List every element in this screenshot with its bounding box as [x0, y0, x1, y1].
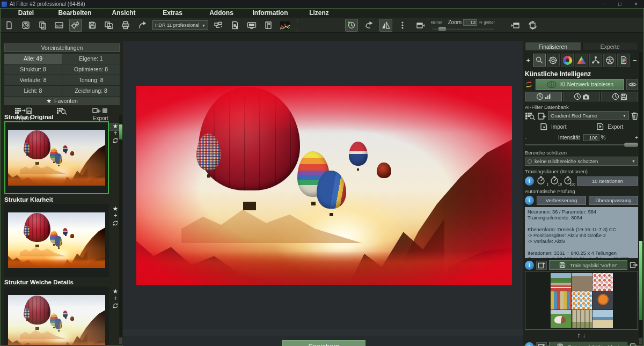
protect-areas-dropdown[interactable]: keine Bildbereiche schützen ▼: [525, 157, 638, 166]
color-wheel-icon[interactable]: [561, 54, 574, 67]
stopwatch-100-icon[interactable]: 100: [564, 176, 574, 186]
swap-arrows-icon[interactable]: ↑↓: [525, 331, 638, 340]
new-document-icon[interactable]: [3, 19, 16, 32]
preset-list-scrollbar[interactable]: [119, 115, 122, 344]
print-icon[interactable]: [119, 19, 132, 32]
scrollbar-thumb[interactable]: [119, 124, 122, 139]
improvement-button[interactable]: Verbesserung: [537, 196, 586, 205]
rotate-icon[interactable]: [526, 19, 539, 32]
menu-extras[interactable]: Extras: [148, 9, 197, 18]
manual-book-icon[interactable]: [262, 19, 275, 32]
aperture-icon[interactable]: [603, 54, 616, 67]
scrollbar-thumb[interactable]: [639, 241, 642, 320]
maximize-button[interactable]: □: [612, 0, 628, 8]
edited-image[interactable]: [136, 86, 512, 285]
preset-struktur-klarheit[interactable]: Struktur Klarheit: [1, 196, 123, 277]
preset-thumbnail[interactable]: [4, 121, 109, 194]
export-image-icon[interactable]: [630, 343, 638, 346]
category-tonung[interactable]: Tonung: 8: [62, 75, 120, 85]
favorites-button[interactable]: ★ Favoriten: [4, 97, 120, 105]
menu-bearbeiten[interactable]: Bearbeiten: [50, 9, 99, 18]
category-struktur[interactable]: Struktur: 8: [4, 64, 62, 75]
info-icon[interactable]: i: [525, 342, 534, 346]
new-image-icon[interactable]: [536, 342, 547, 346]
preview-eye-button[interactable]: [626, 79, 638, 90]
training-image-before-button[interactable]: Trainingsbild 'Vorher': [549, 260, 627, 270]
history-icon[interactable]: [19, 19, 32, 32]
new-image-icon[interactable]: [536, 261, 547, 270]
preset-struktur-original[interactable]: Struktur Original: [1, 114, 123, 194]
category-licht[interactable]: Licht: 8: [4, 86, 62, 96]
training-snapshot-button[interactable]: [563, 92, 600, 101]
iterations-button[interactable]: 10 Iterationen: [577, 176, 638, 186]
zoom-slider-thumb[interactable]: [438, 27, 446, 31]
training-image-before[interactable]: [525, 271, 638, 330]
copy-icon[interactable]: [36, 19, 49, 32]
close-button[interactable]: ×: [628, 0, 644, 8]
ai-panel-scrollbar[interactable]: [639, 52, 642, 337]
refresh-icon[interactable]: [112, 303, 119, 309]
remove-panel-button[interactable]: −: [631, 54, 638, 67]
menu-lizenz[interactable]: Lizenz: [295, 9, 343, 18]
category-eigene[interactable]: Eigene: 1: [62, 54, 120, 64]
compare-before-icon[interactable]: [414, 19, 427, 32]
training-image-after-button[interactable]: Trainingsbild 'Nachher': [549, 342, 627, 346]
category-alle[interactable]: Alle: 49: [4, 54, 62, 64]
presets-header[interactable]: Voreinstellungen: [4, 43, 120, 52]
preset-thumbnail[interactable]: [4, 204, 109, 277]
external-devices-icon[interactable]: [212, 19, 225, 32]
intensity-decrease[interactable]: -: [525, 135, 530, 141]
adjust-dial-icon[interactable]: [547, 54, 560, 67]
training-stats-button[interactable]: [525, 92, 562, 101]
tab-finalisieren[interactable]: Finalisieren: [525, 42, 581, 51]
raw-import-icon[interactable]: RAW: [53, 19, 65, 32]
database-dropdown[interactable]: Gradient Red Frame ▼: [548, 111, 629, 120]
flip-horizontal-icon[interactable]: [379, 19, 392, 32]
menu-datei[interactable]: Datei: [2, 9, 50, 18]
tab-experte[interactable]: Experte: [582, 42, 639, 51]
stopwatch-1-icon[interactable]: 1: [537, 176, 547, 186]
train-network-button[interactable]: KI-Netzwerk trainieren: [536, 79, 624, 90]
scroll-down-button[interactable]: [639, 338, 642, 344]
training-save-button[interactable]: [601, 92, 638, 101]
preset-thumbnail[interactable]: [4, 286, 109, 345]
intensity-slider-thumb[interactable]: [624, 143, 638, 147]
color-prism-icon[interactable]: [575, 54, 588, 67]
save-icon[interactable]: [86, 19, 99, 32]
favorite-star-icon[interactable]: ★: [113, 206, 119, 211]
info-icon[interactable]: i: [525, 196, 534, 205]
favorite-star-icon[interactable]: ★: [113, 123, 119, 129]
undo-history-icon[interactable]: [345, 19, 358, 32]
favorite-star-icon[interactable]: ★: [113, 289, 119, 294]
export-share-icon[interactable]: [136, 19, 149, 32]
project-dropdown[interactable]: HDR 11 professional ▼: [152, 20, 208, 30]
ai-export-button[interactable]: Export: [582, 122, 639, 131]
intensity-increase[interactable]: +: [635, 135, 638, 141]
settings-gears-icon[interactable]: [69, 19, 82, 32]
minimize-button[interactable]: −: [596, 0, 612, 8]
search-icon[interactable]: [533, 54, 546, 67]
info-icon[interactable]: i: [525, 261, 534, 270]
stopwatch-10-icon[interactable]: 10: [550, 176, 561, 186]
add-icon[interactable]: +: [113, 296, 117, 300]
category-optimieren[interactable]: Optimieren: 8: [62, 64, 120, 75]
menu-information[interactable]: Information: [246, 9, 295, 18]
add-icon[interactable]: +: [113, 131, 117, 135]
database-browse-icon[interactable]: [525, 112, 536, 120]
menu-ansicht[interactable]: Ansicht: [99, 9, 148, 18]
menu-addons[interactable]: Addons: [197, 9, 246, 18]
category-verlaeufe[interactable]: Verläufe: 8: [4, 75, 62, 85]
add-panel-button[interactable]: +: [525, 54, 532, 67]
export-image-icon[interactable]: [630, 261, 638, 269]
zoom-value-input[interactable]: [463, 19, 477, 26]
database-add-icon[interactable]: [537, 112, 546, 120]
ai-import-button[interactable]: Import: [525, 122, 582, 131]
trash-icon[interactable]: [631, 112, 638, 120]
refresh-icon[interactable]: [112, 137, 119, 144]
intensity-slider[interactable]: [525, 143, 638, 147]
node-graph-icon[interactable]: [589, 54, 602, 67]
compare-after-icon[interactable]: [509, 19, 522, 32]
redo-icon[interactable]: [362, 19, 375, 32]
refresh-icon[interactable]: [112, 220, 119, 226]
batch-processing-icon[interactable]: B: [229, 19, 241, 32]
